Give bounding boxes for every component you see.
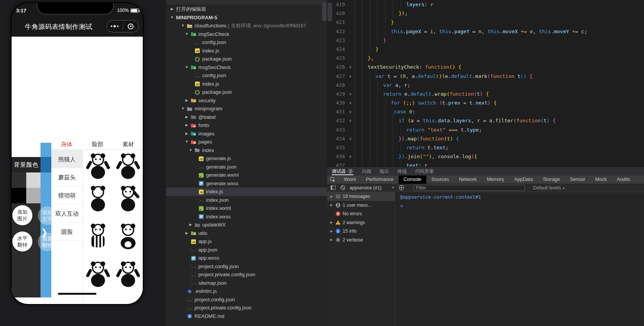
tree-item-sitemap.json[interactable]: {..}sitemap.json: [166, 279, 327, 287]
tree-item-miniprogram[interactable]: ▼miniprogram: [166, 105, 327, 113]
log-levels-select[interactable]: Default levels ▼: [533, 185, 565, 191]
fold-chevron-icon[interactable]: ∨: [347, 152, 353, 161]
console-context-link[interactable]: @appservice-current-context#1: [400, 194, 481, 200]
tree-item-generate.json[interactable]: {..}generate.json: [166, 163, 327, 171]
console-filter-no-errors[interactable]: No errors: [327, 209, 395, 218]
console-output[interactable]: @appservice-current-context#1 >: [396, 192, 644, 326]
devtools-tab-audits[interactable]: Audits: [612, 176, 635, 184]
tree-item-index.js[interactable]: JSindex.js: [166, 187, 327, 196]
color-swatch[interactable]: [12, 188, 27, 203]
clear-console-icon[interactable]: [340, 185, 346, 191]
fold-chevron-icon[interactable]: ∨: [347, 134, 353, 143]
tree-item-updateWX[interactable]: ▶updateWX: [166, 221, 327, 229]
filter-input[interactable]: [414, 185, 525, 191]
capsule-button[interactable]: [106, 20, 139, 32]
sticker-sit[interactable]: [113, 215, 143, 258]
tree-item-security[interactable]: ▶security: [166, 96, 327, 105]
tree-item-MINIPROGRAM-5[interactable]: ▼MINIPROGRAM-5: [166, 14, 327, 22]
tree-item-index.js[interactable]: JSindex.js: [166, 80, 327, 88]
tab-身体[interactable]: 身体: [51, 140, 82, 149]
devtools-tab-wxml[interactable]: Wxml: [339, 176, 361, 184]
button-添加图片[interactable]: 添加 图片: [12, 205, 32, 225]
tree-item-pages[interactable]: ▼pages: [166, 138, 327, 146]
tree-item-cloudfunctions[interactable]: ▼cloudfunctions | 当前环境: env-3gnovo9mf0f9…: [166, 22, 327, 30]
tree-item-project.private.config.json[interactable]: {..}project.private.config.json: [166, 304, 327, 312]
tree-item-index.wxss[interactable]: index.wxss: [166, 213, 327, 221]
sticker-back[interactable]: [83, 182, 113, 215]
tree-item-.eslintrc.js[interactable]: .eslintrc.js: [166, 287, 327, 296]
tree-item-index.json[interactable]: {..}index.json: [166, 196, 327, 204]
tree-item-generate.js[interactable]: JSgenerate.js: [166, 154, 327, 163]
sticker-cheer[interactable]: [113, 150, 143, 182]
tab-素材[interactable]: 素材: [113, 140, 143, 149]
tree-item-index.js[interactable]: JSindex.js: [166, 47, 327, 55]
color-swatch[interactable]: [26, 172, 41, 188]
tree-item-index[interactable]: ▼index: [166, 146, 327, 155]
devtools-tab-console[interactable]: Console: [399, 176, 426, 184]
category-item[interactable]: 双人互动: [51, 204, 83, 223]
color-swatch[interactable]: [26, 188, 41, 203]
console-filter-2-verbose[interactable]: ▶2 verbose: [327, 236, 395, 245]
more-icon[interactable]: [107, 25, 123, 27]
eye-icon[interactable]: [399, 185, 404, 191]
console-filter-2-warnings[interactable]: ▶2 warnings: [327, 218, 395, 227]
panel-tab-代码质量[interactable]: 代码质量: [415, 167, 434, 176]
tree-item-README.md[interactable]: iREADME.md: [166, 312, 327, 321]
devtools-tab-appdata[interactable]: AppData: [509, 176, 538, 184]
panel-tab-输出[interactable]: 输出: [380, 167, 389, 176]
exit-icon[interactable]: [123, 24, 139, 29]
tree-item-project.config.json[interactable]: {..}project.config.json: [166, 296, 327, 304]
tree-item-generate.wxml[interactable]: generate.wxml: [166, 171, 327, 179]
tree-item-generate.wxss[interactable]: generate.wxss: [166, 179, 327, 188]
sticker-wave2[interactable]: [113, 258, 143, 291]
explorer-scrollbar-thumb[interactable]: [322, 2, 326, 21]
category-item[interactable]: 蘑菇头: [51, 168, 83, 186]
tree-item-app.js[interactable]: JSapp.js: [166, 237, 327, 246]
tree-item-images[interactable]: ▶images: [166, 130, 327, 138]
devtools-tab-network[interactable]: Network: [454, 176, 482, 184]
inspect-element-icon[interactable]: [327, 177, 339, 182]
devtools-tab-storage[interactable]: Storage: [538, 176, 565, 184]
devtools-tab-performance[interactable]: Performance: [361, 176, 399, 184]
editor-scrollbar-thumb[interactable]: [328, 2, 332, 22]
tree-item-config.json[interactable]: {..}config.json: [166, 71, 327, 80]
tab-脸部[interactable]: 脸部: [82, 140, 113, 149]
console-filter-19-messages[interactable]: ▶19 messages: [327, 192, 395, 201]
category-item[interactable]: 猥琐萌: [51, 186, 83, 204]
category-item[interactable]: 圆脸: [51, 223, 83, 241]
console-filter-1-user-mess-[interactable]: ▶1 user mess...: [327, 201, 395, 210]
sticker-pajama[interactable]: [83, 215, 113, 258]
panel-tab-调试器[interactable]: 调试器2: [332, 167, 353, 176]
console-filter-15-info[interactable]: ▶15 info: [327, 227, 395, 236]
devtools-tab-memory[interactable]: Memory: [482, 176, 509, 184]
tree-item-imgSecCheck[interactable]: ▼imgSecCheck: [166, 30, 327, 39]
code-editor[interactable]: 419layers: r420});421}422this.pageX = i,…: [327, 0, 644, 167]
panel-tab-终端[interactable]: 终端: [397, 167, 407, 176]
panel-tab-问题[interactable]: 问题: [362, 167, 371, 176]
tree-item-fonts[interactable]: ▶Afonts: [166, 121, 327, 130]
fold-chevron-icon[interactable]: ∨: [347, 72, 353, 81]
tree-item-utils[interactable]: ▶utils: [166, 229, 327, 238]
color-swatch[interactable]: [12, 172, 27, 188]
fold-chevron-icon[interactable]: ∨: [347, 116, 353, 125]
devtools-tab-sensor[interactable]: Sensor: [565, 176, 590, 184]
devtools-tab-mock[interactable]: Mock: [590, 176, 612, 184]
tree-item-project.private.config.json[interactable]: {..}project.private.config.json: [166, 270, 327, 279]
fold-chevron-icon[interactable]: ∨: [347, 107, 353, 116]
fold-chevron-icon[interactable]: ∨: [347, 98, 353, 107]
tree-item-@babel[interactable]: ▶@babel: [166, 113, 327, 122]
category-item[interactable]: 熊猫人: [51, 150, 83, 168]
tree-item-index.wxml[interactable]: index.wxml: [166, 204, 327, 213]
sticker-point[interactable]: [113, 182, 143, 215]
button-水平翻转[interactable]: 水平 翻转: [12, 231, 32, 252]
color-swatch-white[interactable]: [12, 150, 41, 157]
tree-item-config.json[interactable]: {..}config.json: [166, 38, 327, 47]
tree-item-package.json[interactable]: package.json: [166, 55, 327, 63]
tree-item-app.json[interactable]: {..}app.json: [166, 246, 327, 254]
sticker-wave[interactable]: [83, 258, 113, 291]
tree-item-app.wxss[interactable]: app.wxss: [166, 254, 327, 262]
sidebar-toggle-icon[interactable]: [330, 185, 336, 191]
console-prompt[interactable]: >: [400, 203, 403, 209]
fold-chevron-icon[interactable]: ∨: [347, 62, 353, 71]
sticker-hug[interactable]: [83, 150, 113, 182]
